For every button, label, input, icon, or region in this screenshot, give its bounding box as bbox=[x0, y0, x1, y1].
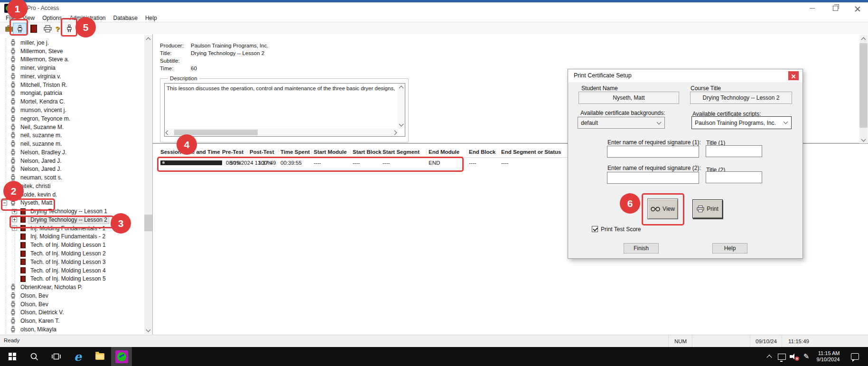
tree-item[interactable]: olson, Mikayla bbox=[0, 325, 142, 334]
tree-item[interactable]: Tech. of Inj. Molding Lesson 3 bbox=[0, 258, 142, 266]
student-icon bbox=[10, 115, 16, 122]
annotation-box-5 bbox=[61, 18, 77, 37]
course-icon bbox=[20, 259, 26, 265]
tree-item[interactable]: Inj. Molding Fundamentals - 2 bbox=[0, 233, 142, 241]
statusbar: Ready NUM 09/10/24 11:15:49 bbox=[0, 335, 868, 347]
column-header[interactable]: Time Spent bbox=[279, 149, 312, 155]
column-header[interactable]: Start Block bbox=[351, 149, 381, 155]
tray-expand-button[interactable] bbox=[763, 347, 775, 366]
network-tray-icon[interactable] bbox=[775, 347, 788, 366]
tree-item[interactable]: neil, suzanne m. bbox=[0, 140, 142, 148]
action-center-button[interactable] bbox=[847, 347, 863, 366]
scrollbar-thumb[interactable] bbox=[859, 43, 868, 128]
tree-item[interactable]: Millermon, Steve bbox=[0, 47, 142, 56]
scroll-right-arrow[interactable] bbox=[392, 130, 397, 135]
scroll-up-arrow[interactable] bbox=[397, 84, 405, 91]
courses-button[interactable] bbox=[28, 23, 39, 34]
scrollbar-thumb[interactable] bbox=[144, 215, 152, 231]
tree-item[interactable]: Tech. of Inj. Molding Lesson 1 bbox=[0, 241, 142, 249]
help-button[interactable]: ? bbox=[54, 23, 61, 34]
tree-item[interactable]: Tech. of Inj. Molding Lesson 4 bbox=[0, 266, 142, 275]
tree-item[interactable]: Olson, Dietrick V. bbox=[0, 309, 142, 317]
tree-item[interactable]: miller, joe j. bbox=[0, 38, 142, 47]
description-hscrollbar[interactable] bbox=[165, 129, 398, 136]
tree-item[interactable]: neil, suzanne m. bbox=[0, 131, 142, 140]
annotation-step-4: 4 bbox=[177, 134, 197, 155]
minimize-button[interactable] bbox=[802, 2, 823, 14]
dialog-titlebar: Print Certificate Setup bbox=[568, 69, 803, 82]
tree-item[interactable]: neuman, scott s. bbox=[0, 173, 142, 182]
print-button[interactable] bbox=[42, 23, 53, 34]
tree-scrollbar[interactable] bbox=[144, 35, 152, 334]
tree-item[interactable]: Olson, Bev bbox=[0, 291, 142, 300]
tree-item[interactable]: miner, virginia bbox=[0, 64, 142, 72]
tree-item-label: Mitchell, Triston R. bbox=[19, 81, 69, 89]
backgrounds-dropdown[interactable]: default bbox=[578, 117, 665, 129]
tree-item[interactable]: mongiat, patricia bbox=[0, 89, 142, 98]
column-header[interactable]: End Segment or Status bbox=[499, 149, 570, 155]
title2-input[interactable] bbox=[706, 171, 762, 183]
restore-button[interactable] bbox=[825, 2, 846, 14]
speaker-muted-icon: ✕ bbox=[790, 353, 798, 360]
scroll-left-arrow[interactable] bbox=[166, 130, 170, 135]
column-header[interactable]: Post-Test bbox=[248, 149, 279, 155]
column-header[interactable]: Pre-Test bbox=[220, 149, 248, 155]
file-explorer-button[interactable] bbox=[89, 347, 110, 366]
tree-item[interactable]: Nelson, Jared J. bbox=[0, 157, 142, 165]
volume-tray-icon[interactable]: ✕ bbox=[788, 347, 800, 366]
help-button[interactable]: Help bbox=[712, 243, 747, 253]
tree-item[interactable]: Tech. of Inj. Molding Lesson 5 bbox=[0, 274, 142, 283]
scroll-up-arrow[interactable] bbox=[859, 35, 868, 42]
tree-item[interactable]: Mortel, Kendra C. bbox=[0, 97, 142, 106]
backgrounds-value: default bbox=[581, 120, 598, 126]
tree-item[interactable]: Mitchell, Triston R. bbox=[0, 81, 142, 89]
tree-item[interactable]: ObrienKrear, Nicholas P. bbox=[0, 283, 142, 291]
tree-item[interactable]: Tech. of Inj. Molding Lesson 2 bbox=[0, 249, 142, 258]
title1-input[interactable] bbox=[706, 145, 762, 157]
tree-item-label: Nelson, Bradley J. bbox=[19, 149, 68, 156]
finish-button[interactable]: Finish bbox=[624, 243, 659, 253]
detail-scrollbar[interactable] bbox=[859, 35, 868, 143]
tree-item[interactable]: Neil, Suzanne M. bbox=[0, 123, 142, 131]
restore-icon bbox=[833, 6, 838, 11]
internet-explorer-button[interactable]: e bbox=[67, 347, 88, 366]
student-icon bbox=[10, 73, 16, 80]
scroll-down-arrow[interactable] bbox=[397, 121, 405, 128]
description-textarea[interactable]: This lesson discusses the operation, con… bbox=[164, 83, 405, 137]
student-icon bbox=[10, 98, 16, 105]
clock-tray[interactable]: 11:15 AM9/10/2024 bbox=[812, 347, 844, 366]
column-header[interactable]: Start Module bbox=[312, 149, 351, 155]
training-app-button[interactable] bbox=[111, 347, 132, 366]
tree-item[interactable]: munson, vincent j. bbox=[0, 106, 142, 114]
dialog-close-button[interactable] bbox=[788, 71, 799, 80]
signature2-input[interactable] bbox=[607, 172, 699, 184]
print-certificate-button[interactable]: Print bbox=[692, 199, 723, 218]
signature1-input[interactable] bbox=[607, 146, 699, 158]
time-value: 60 bbox=[191, 66, 197, 71]
close-button[interactable] bbox=[847, 2, 868, 14]
column-header[interactable]: End Block bbox=[467, 149, 499, 155]
scroll-down-arrow[interactable] bbox=[859, 136, 868, 143]
scroll-up-arrow[interactable] bbox=[144, 35, 152, 42]
tree-item-label: munson, vincent j. bbox=[19, 106, 68, 114]
pen-tray-icon[interactable]: ✎ bbox=[800, 347, 812, 366]
tree-item[interactable]: negron, Teyonce m. bbox=[0, 114, 142, 123]
scripts-dropdown[interactable]: Paulson Training Programs, Inc. bbox=[691, 116, 792, 129]
minimize-icon bbox=[810, 8, 815, 9]
column-header[interactable]: End Module bbox=[427, 149, 467, 155]
menu-item[interactable]: Help bbox=[141, 14, 161, 22]
description-vscrollbar[interactable] bbox=[397, 84, 405, 128]
tree-item[interactable]: Nelson, Jared J. bbox=[0, 165, 142, 173]
tree-item[interactable]: Millermon, Steve a. bbox=[0, 56, 142, 64]
search-button[interactable] bbox=[24, 347, 45, 366]
menu-item[interactable]: Database bbox=[110, 14, 141, 22]
tree-item[interactable]: Olson, Bev bbox=[0, 300, 142, 309]
column-header[interactable]: Start Segment bbox=[381, 149, 427, 155]
tree-item[interactable]: Olson, Karen T. bbox=[0, 317, 142, 325]
print-test-score-checkbox[interactable] bbox=[592, 226, 598, 232]
scroll-down-arrow[interactable] bbox=[144, 327, 152, 334]
tree-item[interactable]: miner, virginia v. bbox=[0, 72, 142, 81]
tree-item[interactable]: Nelson, Bradley J. bbox=[0, 148, 142, 157]
task-view-button[interactable] bbox=[46, 347, 66, 366]
start-button[interactable] bbox=[2, 347, 23, 366]
